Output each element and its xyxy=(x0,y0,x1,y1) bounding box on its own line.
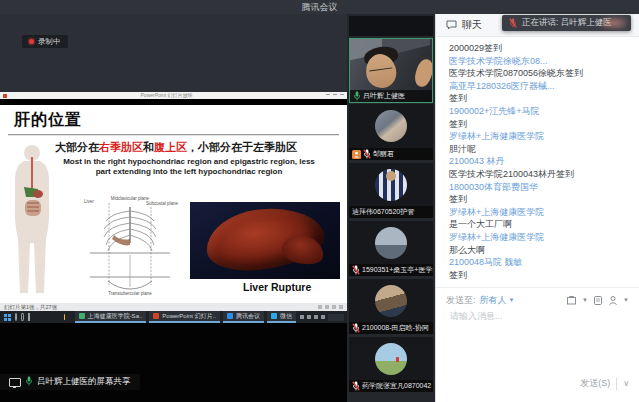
search-icon[interactable] xyxy=(15,313,17,321)
svg-text:Transtubercular plane: Transtubercular plane xyxy=(108,291,152,296)
taskbar-app-label: 腾讯会议 xyxy=(236,312,260,321)
monitor-icon xyxy=(9,378,21,387)
muted-mic-icon xyxy=(352,381,360,391)
chat-message: 医学技术学院2100043林丹签到 xyxy=(449,168,626,181)
share-banner-label: 吕叶辉上健医的屏幕共享 xyxy=(37,376,131,388)
ppt-window-title: PowerPoint 幻灯片放映 xyxy=(7,92,326,99)
chat-message-list: 2000029签到医学技术学院徐晓东08...医学技术学院0870056徐晓东签… xyxy=(436,36,639,281)
blur-redaction xyxy=(601,17,627,29)
recording-dot-icon xyxy=(29,39,34,44)
participant-tile[interactable]: 邹丽君 xyxy=(349,104,433,160)
chat-sender: 罗绿林+上海健康医学院 xyxy=(449,206,626,219)
anatomy-planes-diagram: Liver Midclavicular plane Subcostal plan… xyxy=(78,195,182,297)
taskbar-app[interactable]: 腾讯会议 xyxy=(223,311,264,323)
participant-tile[interactable]: 1590351+桑玉亭+医学... xyxy=(349,221,433,276)
chat-message: 那么大啊 xyxy=(449,244,626,257)
start-button-icon[interactable] xyxy=(4,314,11,321)
taskbar-app[interactable]: PowerPoint 幻灯片.. xyxy=(149,311,220,323)
svg-text:Midclavicular plane: Midclavicular plane xyxy=(111,196,150,201)
participant-tile[interactable]: 2100008-田启晗-协同 xyxy=(349,279,433,334)
task-view-icon[interactable] xyxy=(28,313,30,321)
liver-photo xyxy=(190,202,340,279)
toast-label: 正在讲话: 吕叶辉上健医 xyxy=(522,17,612,29)
taskbar-app-label: PowerPoint 幻灯片.. xyxy=(162,312,216,321)
participant-name: 邹丽君 xyxy=(373,149,394,159)
chat-history-icon[interactable] xyxy=(593,295,603,306)
participant-avatar xyxy=(375,227,407,259)
participant-tile[interactable]: 药学院张宜凡0870042 xyxy=(349,337,433,392)
share-mic-icon xyxy=(25,376,33,388)
participant-name: 迪拜伟0670520护管 xyxy=(352,207,414,217)
participant-label: 迪拜伟0670520护管 xyxy=(349,206,433,218)
screenshot-icon[interactable] xyxy=(566,295,577,306)
chevron-down-icon: ▼ xyxy=(509,297,515,303)
slide-heading-segment: ，小部分在于左季肋区 xyxy=(187,141,297,153)
chat-divider xyxy=(436,287,639,288)
anatomy-body-figure xyxy=(2,143,62,301)
chat-message: 签到 xyxy=(449,193,626,206)
taskbar-app-label: 微信 xyxy=(280,312,292,321)
participant-label: 1590351+桑玉亭+医学... xyxy=(349,264,433,276)
member-icon[interactable] xyxy=(608,295,618,306)
chat-sender: 高亚早1280326医疗器械... xyxy=(449,80,626,93)
participant-avatar xyxy=(375,343,407,375)
chat-message: 胆汁呢 xyxy=(449,143,626,156)
send-to-dropdown[interactable]: 所有人 ▼ xyxy=(480,294,515,307)
chat-message: 签到 xyxy=(449,269,626,282)
muted-mic-icon xyxy=(352,323,360,333)
recording-badge[interactable]: 录制中 xyxy=(22,35,68,48)
slide-heading-segment: 腹上区 xyxy=(154,141,187,153)
cortana-icon[interactable] xyxy=(21,313,23,321)
send-button[interactable]: 发送(S) xyxy=(580,377,610,390)
chevron-down-icon[interactable]: ▼ xyxy=(582,297,588,303)
chat-message: 签到 xyxy=(449,118,626,131)
chat-message: 是一个大工厂啊 xyxy=(449,218,626,231)
slide-title-rule xyxy=(8,134,339,136)
slide-caption: Liver Rupture xyxy=(243,281,311,293)
chat-sender: 罗绿林+上海健康医学院 xyxy=(449,231,626,244)
send-row: 发送(S) ∨ xyxy=(580,377,629,390)
chat-message: 签到 xyxy=(449,92,626,105)
participant-label: 2100008-田启晗-协同 xyxy=(349,322,433,334)
ppt-window-titlebar: PowerPoint 幻灯片放映 xyxy=(0,92,347,99)
send-options-caret[interactable]: ∨ xyxy=(623,379,629,388)
participant-strip: 吕叶辉上健医 邹丽君迪拜伟0670520护管 1590351+桑玉亭+医学...… xyxy=(347,14,435,402)
participant-tile[interactable] xyxy=(349,16,433,36)
participant-tile[interactable]: 迪拜伟0670520护管 xyxy=(349,163,433,218)
muted-mic-icon xyxy=(509,18,517,28)
participant-name: 1590351+桑玉亭+医学... xyxy=(362,265,433,275)
participant-avatar xyxy=(375,285,407,317)
chat-sender: 2100048马院 魏敏 xyxy=(449,256,626,269)
windows-taskbar: 上海健康医学院-Sa.. PowerPoint 幻灯片.. 腾讯会议 微信 xyxy=(0,311,347,323)
participant-name: 吕叶辉上健医 xyxy=(363,91,405,101)
slide-heading-segment: 右季肋区 xyxy=(99,141,143,153)
participant-tile[interactable]: 吕叶辉上健医 xyxy=(349,38,433,103)
mic-icon xyxy=(25,376,33,386)
slide: 肝的位置 大部分在右季肋区和腹上区，小部分在于左季肋区 Most in the … xyxy=(0,105,347,303)
mic-icon xyxy=(353,91,361,101)
taskbar-app[interactable]: 微信 xyxy=(267,311,296,323)
slide-heading-segment: 和 xyxy=(143,141,154,153)
chat-input[interactable] xyxy=(448,310,627,322)
ppt-window-controls[interactable] xyxy=(326,94,344,98)
participant-label: 药学院张宜凡0870042 xyxy=(349,380,433,392)
screen-letterbox xyxy=(0,323,347,402)
window-titlebar: 腾讯会议 xyxy=(0,0,639,14)
participant-avatar xyxy=(375,110,407,142)
window-title: 腾讯会议 xyxy=(302,1,338,14)
chevron-down-icon[interactable]: ▼ xyxy=(623,297,629,303)
system-tray[interactable] xyxy=(300,314,344,321)
taskbar-app-label: 上海健康医学院-Sa.. xyxy=(88,312,143,321)
taskbar-apps: 上海健康医学院-Sa.. PowerPoint 幻灯片.. 腾讯会议 微信 xyxy=(75,311,296,323)
chat-sender: 1900002+江先锋+马院 xyxy=(449,105,626,118)
chat-title: 聊天 xyxy=(462,18,482,32)
send-to-label: 发送至: xyxy=(446,294,476,307)
recording-label: 录制中 xyxy=(38,37,61,47)
muted-mic-icon xyxy=(363,149,371,159)
taskbar-app[interactable]: 上海健康医学院-Sa.. xyxy=(75,311,147,323)
chat-sender: 医学技术学院徐晓东08... xyxy=(449,55,626,68)
speaking-toast: 正在讲话: 吕叶辉上健医 xyxy=(502,15,631,31)
screen-share-banner: 吕叶辉上健医的屏幕共享 xyxy=(0,374,140,390)
ppt-statusbar-icons[interactable] xyxy=(318,305,343,309)
slide-position-label: 幻灯片第1张，共27张 xyxy=(4,304,57,311)
